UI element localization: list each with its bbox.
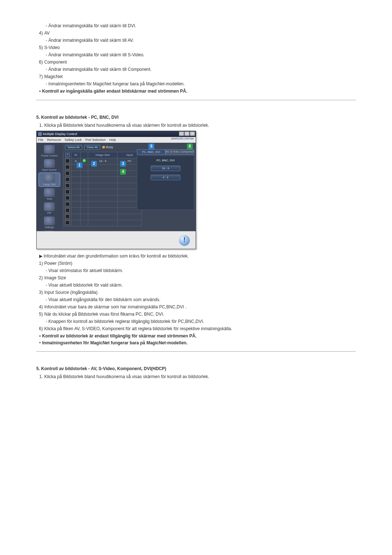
sidebar-item-image-size[interactable]: Image Size [38,173,60,187]
sidebar-item-pip[interactable]: PIP [39,202,60,215]
tab-pc-bnc-dvi[interactable]: PC, BNC, DVI [137,149,166,155]
list-item: 4)Inforutnätet visar bara de skärmar som… [36,304,356,310]
list-item: 6)Klicka på fliken AV, S-VIDEO, Komponen… [36,325,356,332]
col-image-size: Image Size [88,152,118,158]
maximize-button[interactable]: □ [184,131,189,136]
close-button[interactable]: × [190,131,195,136]
busy-icon [102,146,105,149]
list-item: 4)AV [36,30,356,36]
callout-3: 3 [120,161,126,167]
power-icon [44,145,55,154]
aspect-4-3-button[interactable]: 4 : 3 [151,175,180,180]
tab-av-svideo-component[interactable]: AV, S-Video, Component [166,149,194,155]
list-item: 2)Image Size [36,275,356,281]
table-row[interactable] [64,195,142,201]
menu-item[interactable]: File [38,138,44,142]
item-desc: - Ändrar inmatningskälla för vald skärm … [46,52,356,58]
select-all-button[interactable]: Select All [65,145,82,150]
table-row[interactable] [64,214,142,220]
callout-6: 6 [187,143,193,149]
list-item: 6)Component [36,59,356,65]
sidebar-item-input-source[interactable]: Input Source [39,158,60,172]
list-item: 1)Power (Ström) [36,260,356,267]
callout-2: 2 [91,161,97,167]
list-item: 7)MagicNet [36,73,356,80]
checkbox-header[interactable] [65,153,70,157]
menu-item[interactable]: Remocon [47,138,61,142]
settings-icon [44,216,55,225]
panel-heading: PC, BNC, DVI [156,159,175,162]
right-panel: 5 6 PC, BNC, DVI AV, S-Video, Component … [137,144,194,210]
callout-4: 4 [120,169,126,175]
divider [36,100,356,100]
minimize-button[interactable]: _ [179,131,184,136]
screenshot-app-window: Multiple Display Control _ □ × File Remo… [36,131,196,249]
step-item: 1.Klicka på Bildstorlek bland huvudikone… [36,122,356,129]
menu-item[interactable]: Help [109,138,116,142]
item-desc: - Knappen för kontroll av bildstorlek re… [46,318,356,325]
callout-5: 5 [148,143,154,149]
table-row[interactable] [64,189,142,195]
item-desc: - Visar strömstatus för aktuell bildskär… [46,267,356,274]
window-controls[interactable]: _ □ × [179,131,195,136]
table-row[interactable] [64,164,142,170]
menu-item[interactable]: Safety Lock [65,138,82,142]
aspect-16-9-button[interactable]: 16 : 9 [151,166,180,171]
power-on-icon [83,159,86,162]
section-title: 5. Kontroll av bildstorlek - PC, BNC, DV… [36,115,356,120]
list-item: 3)Input Source (Ingångskälla) [36,289,356,296]
document-body: - Ändrar inmatningskälla för vald skärm … [0,0,392,417]
input-icon [44,159,55,168]
sidebar-item-power-control[interactable]: Power Control [39,144,60,158]
table-row[interactable] [64,201,142,207]
time-icon [44,188,55,197]
info-icon [179,235,190,246]
menu-item[interactable]: Port Selection [85,138,106,142]
sidebar-item-time[interactable]: Time [39,187,60,201]
item-desc: - Ändrar inmatningskälla för vald skärm … [46,37,356,44]
busy-indicator: Busy [102,145,113,149]
col-id: ID [72,152,81,158]
step-item: 1.Klicka på Bildstorlek bland huvudikone… [36,373,356,380]
app-icon [38,132,42,136]
table-row[interactable]: 0 16 : 9 PC [64,158,142,164]
clear-all-button[interactable]: Clear All [84,145,100,150]
pip-icon [44,202,55,211]
panel-box: PC, BNC, DVI 16 : 9 4 : 3 [137,155,194,210]
item-desc: - Inmatningsenheten för MagicNet fungera… [46,81,356,87]
sidebar-item-settings[interactable]: Settings [39,216,60,229]
bullet-item: •Inmatningsenheten för MagicNet fungerar… [39,340,356,346]
item-desc: - Visar aktuell ingångskälla för den bil… [46,296,356,303]
list-item: 5)S-Video [36,44,356,51]
divider [36,351,356,352]
list-item: 5)När du klickar på Bildstorlek visas fö… [36,311,356,317]
item-desc: - Visar aktuell bildstorlek för vald skä… [46,282,356,288]
arrow-item: ▶Inforutnätet visar den grundinformation… [39,254,356,259]
display-grid: ID Image Size Input 0 16 : 9 PC [64,152,142,226]
status-bar [37,231,196,249]
table-row[interactable] [64,207,142,214]
table-row[interactable] [64,177,142,183]
window-titlebar: Multiple Display Control _ □ × [37,131,196,137]
callout-1: 1 [77,162,82,168]
row-checkbox[interactable] [65,159,70,163]
item-desc: - Ändrar inmatningskälla för vald skärm … [46,23,356,29]
table-row[interactable] [64,170,142,177]
brand-logo: SAMSUNG DIGITall [171,137,193,140]
window-title: Multiple Display Control [43,132,77,136]
section-title: 5. Kontroll av bildstorlek - AV, S-Video… [36,366,356,371]
bullet-item: •Kontroll av ingångskälla gäller endast … [39,89,356,94]
bullet-item: •Kontroll av bildstorlek är endast tillg… [39,333,356,339]
image-size-icon [44,174,55,182]
item-desc: - Ändrar inmatningskälla för vald skärm … [46,66,356,73]
table-row[interactable] [64,183,142,189]
table-row[interactable] [64,220,142,226]
